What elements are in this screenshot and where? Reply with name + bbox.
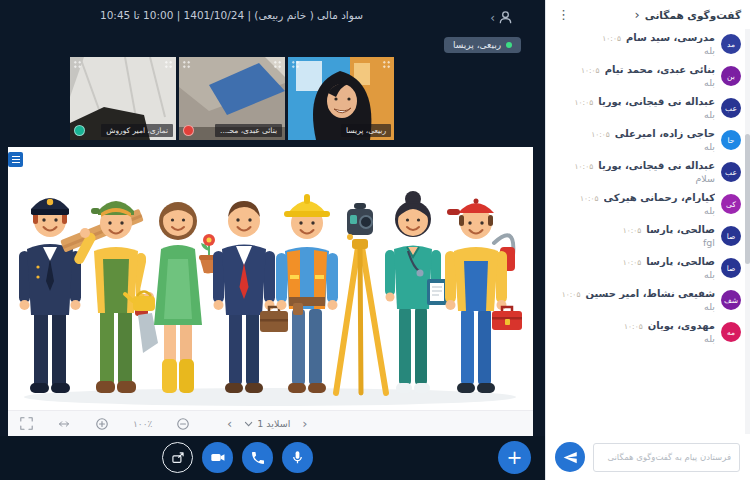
chat-message: حا حاجی زاده، امیرعلی ۱۰:۰۵ بله xyxy=(558,128,741,152)
canvas-toolbar-handle[interactable] xyxy=(8,152,23,167)
fullscreen-icon xyxy=(20,417,33,430)
chat-message-list: مد مدرسی، سید سام ۱۰:۰۵ بله بن بنائی عبد… xyxy=(546,29,750,434)
message-time: ۱۰:۰۵ xyxy=(575,162,594,171)
chat-scrollbar xyxy=(745,29,750,434)
zoom-in-icon xyxy=(95,417,109,431)
send-message-button[interactable] xyxy=(555,442,585,472)
fit-width-button[interactable] xyxy=(57,418,71,430)
camera-button[interactable] xyxy=(202,442,233,473)
gardener-figure xyxy=(125,202,222,393)
message-time: ۱۰:۰۵ xyxy=(562,290,581,299)
slide-selector-dropdown[interactable]: اسلاید 1 xyxy=(244,418,290,429)
avatar: صا xyxy=(721,226,741,246)
share-screen-button[interactable] xyxy=(162,442,193,473)
fullscreen-button[interactable] xyxy=(20,417,33,430)
video-thumbnail-1[interactable]: نمازی، امیر کوروش xyxy=(70,57,176,140)
participants-toggle-button[interactable]: ‹ xyxy=(490,10,513,25)
sender-name: عبداله نی قیجانی، پوریا xyxy=(598,96,715,107)
active-speaker-name: ربیعی، پریسا xyxy=(453,40,501,50)
video-thumbnail-3[interactable]: ربیعی، پریسا xyxy=(288,57,394,140)
message-text: بله xyxy=(558,77,715,88)
chat-message-input[interactable] xyxy=(593,443,740,472)
active-speaker-badge: ربیعی، پریسا xyxy=(444,37,521,53)
zoom-in-button[interactable] xyxy=(95,417,109,431)
chevron-down-icon xyxy=(244,421,252,427)
chat-menu-kebab-icon[interactable]: ⋮ xyxy=(555,7,572,22)
message-time: ۱۰:۰۵ xyxy=(624,322,643,331)
message-text: بله xyxy=(558,45,715,56)
pilot-figure xyxy=(19,198,81,393)
corner-marks-icon xyxy=(182,60,191,69)
chat-message: بن بنائی عبدی، محمد تیام ۱۰:۰۵ بله xyxy=(558,64,741,88)
chat-input-bar xyxy=(546,434,750,480)
corner-marks-icon xyxy=(73,60,82,69)
microphone-icon xyxy=(290,450,305,465)
sender-name: صالحی، پارسا xyxy=(646,256,715,267)
microphone-button[interactable] xyxy=(282,442,313,473)
avatar: مه xyxy=(721,322,741,342)
zoom-level-label: ۱۰۰٪ xyxy=(133,419,152,429)
message-text: fgl xyxy=(558,237,715,248)
chat-message: عب عبداله نی قیجانی، پوریا ۱۰:۰۵ بله xyxy=(558,96,741,120)
phone-button[interactable] xyxy=(242,442,273,473)
sender-name: مهدوی، پویان xyxy=(648,320,715,331)
message-time: ۱۰:۰۵ xyxy=(623,258,642,267)
sender-name: حاجی زاده، امیرعلی xyxy=(615,128,715,139)
zoom-out-button[interactable] xyxy=(176,417,190,431)
slide-number-label: اسلاید 1 xyxy=(257,418,290,429)
video-thumbnail-2[interactable]: بنائی عبدی، محـ... xyxy=(179,57,285,140)
professions-illustration xyxy=(8,147,533,410)
message-time: ۱۰:۰۵ xyxy=(623,226,642,235)
message-text: بله xyxy=(558,141,715,152)
chat-message: صا صالحی، پارسا ۱۰:۰۵ fgl xyxy=(558,224,741,248)
sender-name: بنائی عبدی، محمد تیام xyxy=(605,64,715,75)
corner-marks-icon xyxy=(273,60,282,69)
public-chat-panel: گفت‌وگوی همگانی ‹ ⋮ مد مدرسی، سید سام ۱۰… xyxy=(545,0,750,480)
message-text: بله xyxy=(558,269,715,280)
message-time: ۱۰:۰۵ xyxy=(575,98,594,107)
nurse-figure xyxy=(385,191,447,393)
video-participant-name: بنائی عبدی، محـ... xyxy=(215,124,282,137)
theodolite-tripod-figure xyxy=(336,203,386,393)
add-actions-button[interactable]: + xyxy=(498,441,531,474)
chat-header: گفت‌وگوی همگانی ‹ ⋮ xyxy=(546,0,750,29)
whiteboard-slide-canvas[interactable] xyxy=(8,147,533,410)
phone-icon xyxy=(250,450,266,466)
chevron-left-icon: ‹ xyxy=(490,12,495,24)
bottom-action-bar: + xyxy=(0,436,545,480)
fit-width-icon xyxy=(57,418,71,430)
speaking-indicator-dot xyxy=(506,42,512,48)
chat-message: کی کیارام، رحمانی هیرکی ۱۰:۰۵ بله xyxy=(558,192,741,216)
avatar: عب xyxy=(721,162,741,182)
avatar: بن xyxy=(721,66,741,86)
conference-main-area: سواد مالی ( خانم ربیعی) | 1401/10/24 | 1… xyxy=(0,0,545,480)
message-time: ۱۰:۰۵ xyxy=(581,66,600,75)
collapse-chat-chevron-icon[interactable]: ‹ xyxy=(635,8,640,21)
slide-navigation: ‹ اسلاید 1 › xyxy=(227,417,307,430)
person-icon xyxy=(498,10,513,25)
avatar: شف xyxy=(721,290,741,310)
app-window: سواد مالی ( خانم ربیعی) | 1401/10/24 | 1… xyxy=(0,0,750,480)
muted-status-dot xyxy=(183,125,194,136)
message-text: بله xyxy=(558,333,715,344)
sender-name: عبداله نی قیجانی، پوریا xyxy=(598,160,715,171)
chat-message: صا صالحی، پارسا ۱۰:۰۵ بله xyxy=(558,256,741,280)
chat-message: مه مهدوی، پویان ۱۰:۰۵ بله xyxy=(558,320,741,344)
corner-marks-icon xyxy=(164,60,173,69)
sender-name: کیارام، رحمانی هیرکی xyxy=(604,192,715,203)
scrollbar-thumb[interactable] xyxy=(745,134,750,264)
message-text: بله xyxy=(558,301,715,312)
zoom-out-icon xyxy=(176,417,190,431)
corner-marks-icon xyxy=(382,60,391,69)
camera-icon xyxy=(209,449,226,466)
sender-name: شفیعی نشاط، امیر حسین xyxy=(585,288,715,299)
previous-slide-button[interactable]: ‹ xyxy=(227,417,232,430)
next-slide-button[interactable]: › xyxy=(302,417,307,430)
chat-message: عب عبداله نی قیجانی، پوریا ۱۰:۰۵ سلام xyxy=(558,160,741,184)
chat-message: شف شفیعی نشاط، امیر حسین ۱۰:۰۵ بله xyxy=(558,288,741,312)
whiteboard-toolbar: ۱۰۰٪ ‹ اسلاید 1 › xyxy=(8,410,533,436)
avatar: مد xyxy=(721,34,741,54)
video-participant-name: نمازی، امیر کوروش xyxy=(101,124,173,137)
paper-plane-icon xyxy=(563,450,578,465)
plus-icon: + xyxy=(507,448,523,467)
